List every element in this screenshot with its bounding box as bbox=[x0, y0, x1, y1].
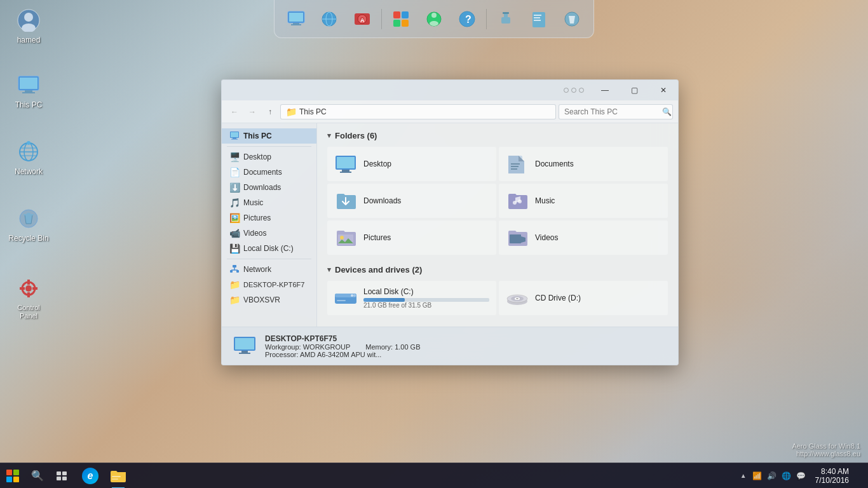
sidebar-item-documents[interactable]: 📄 Documents bbox=[222, 165, 316, 180]
ql-usb[interactable] bbox=[492, 5, 520, 33]
svg-rect-66 bbox=[511, 168, 517, 170]
sidebar-music-label: Music bbox=[243, 198, 263, 207]
documents-folder-icon bbox=[506, 152, 529, 175]
drive-item-c[interactable]: Local Disk (C:) 21.0 GB free of 31.5 GB bbox=[327, 281, 496, 315]
svg-rect-94 bbox=[112, 478, 118, 480]
network-label: Network bbox=[15, 167, 43, 176]
svg-rect-91 bbox=[62, 477, 67, 480]
ql-book[interactable] bbox=[525, 5, 553, 33]
sidebar-item-vboxsvr[interactable]: 📁 VBOXSVR bbox=[222, 292, 316, 308]
address-text: This PC bbox=[299, 107, 327, 116]
search-input[interactable] bbox=[564, 107, 660, 116]
address-box[interactable]: 📁 This PC bbox=[280, 104, 556, 119]
svg-text:A: A bbox=[360, 17, 365, 24]
win-logo-green bbox=[13, 470, 19, 475]
sidebar-item-local-disk[interactable]: 💾 Local Disk (C:) bbox=[222, 241, 316, 256]
sidebar-item-videos[interactable]: 📹 Videos bbox=[222, 226, 316, 241]
sidebar-item-music[interactable]: 🎵 Music bbox=[222, 195, 316, 210]
taskbar-edge[interactable]: e bbox=[76, 463, 104, 489]
edge-icon: e bbox=[82, 468, 98, 484]
tray-network-icon[interactable]: 📶 bbox=[750, 471, 764, 480]
sidebar-item-downloads[interactable]: ⬇️ Downloads bbox=[222, 180, 316, 195]
network-icon bbox=[16, 139, 41, 165]
sidebar-desktop-label: Desktop bbox=[243, 152, 271, 161]
ql-globe2[interactable] bbox=[420, 5, 448, 33]
ql-color[interactable] bbox=[387, 5, 415, 33]
desktop-icon-network[interactable]: Network bbox=[3, 137, 54, 179]
close-button[interactable]: ✕ bbox=[649, 80, 678, 100]
drive-c-free: 21.0 GB free of 31.5 GB bbox=[363, 302, 489, 309]
desktop-icon-control-panel[interactable]: ControlPanel bbox=[3, 273, 54, 323]
folder-item-music[interactable]: Music bbox=[499, 184, 668, 218]
svg-rect-18 bbox=[27, 280, 30, 285]
taskbar-time: 8:40 AM bbox=[821, 467, 849, 476]
tray-input-icon[interactable]: 🌐 bbox=[780, 471, 793, 480]
taskbar: 🔍 e ▲ 📶 🔊 � bbox=[0, 463, 868, 488]
svg-rect-25 bbox=[291, 24, 301, 25]
task-view-button[interactable] bbox=[50, 463, 74, 489]
minimize-button[interactable]: — bbox=[590, 80, 620, 100]
folder-item-documents[interactable]: Documents bbox=[499, 147, 668, 181]
up-button[interactable]: ↑ bbox=[262, 104, 278, 119]
folder-item-videos[interactable]: Videos bbox=[499, 220, 668, 255]
maximize-button[interactable]: ▢ bbox=[620, 80, 649, 100]
ql-globe[interactable] bbox=[315, 5, 343, 33]
taskbar-clock[interactable]: 8:40 AM 7/10/2016 bbox=[810, 467, 854, 485]
svg-rect-78 bbox=[337, 300, 346, 301]
svg-point-17 bbox=[25, 285, 32, 292]
taskbar-file-explorer[interactable] bbox=[104, 463, 132, 489]
folder-item-downloads[interactable]: Downloads bbox=[327, 184, 496, 218]
desktop-icon-this-pc[interactable]: This PC bbox=[3, 70, 54, 112]
status-info: DESKTOP-KPT6F75 Workgroup: WORKGROUP Mem… bbox=[265, 334, 420, 358]
folder-item-desktop[interactable]: Desktop bbox=[327, 147, 496, 181]
taskbar-search-icon: 🔍 bbox=[31, 470, 44, 482]
sidebar-item-desktop[interactable]: 🖥️ Desktop bbox=[222, 149, 316, 165]
ql-sep1 bbox=[381, 9, 382, 29]
sidebar-item-network[interactable]: Network bbox=[222, 262, 316, 277]
this-pc-sidebar-icon bbox=[229, 131, 240, 141]
devices-header-text: Devices and drives (2) bbox=[335, 265, 422, 274]
taskbar-search-button[interactable]: 🔍 bbox=[25, 463, 50, 489]
task-view-icon bbox=[56, 471, 67, 481]
documents-folder-label: Documents bbox=[535, 159, 574, 168]
svg-rect-15 bbox=[27, 213, 31, 214]
drive-item-d[interactable]: CD Drive (D:) bbox=[499, 281, 668, 315]
titlebar: — ▢ ✕ bbox=[222, 80, 678, 100]
this-pc-label: This PC bbox=[15, 100, 43, 109]
win-logo-blue bbox=[6, 477, 12, 482]
search-icon: 🔍 bbox=[662, 107, 672, 116]
drive-c-name: Local Disk (C:) bbox=[363, 287, 489, 296]
sidebar-network-label: Network bbox=[243, 265, 271, 274]
ql-recycle[interactable] bbox=[558, 5, 586, 33]
svg-rect-23 bbox=[289, 13, 303, 22]
ql-monitor[interactable] bbox=[282, 5, 310, 33]
content-area: Folders (6) Desktop bbox=[317, 123, 678, 327]
status-detail: Workgroup: WORKGROUP Memory: 1.00 GB bbox=[265, 343, 420, 351]
search-box[interactable]: 🔍 bbox=[559, 104, 673, 119]
sidebar-item-desktop-kpt[interactable]: 📁 DESKTOP-KPT6F7 bbox=[222, 277, 316, 292]
ql-media[interactable]: A bbox=[348, 5, 376, 33]
svg-rect-86 bbox=[241, 351, 248, 353]
tray-action-center-icon[interactable]: 💬 bbox=[794, 471, 808, 480]
desktop-icon-recycle-bin[interactable]: Recycle Bin bbox=[3, 203, 54, 245]
svg-rect-47 bbox=[534, 17, 540, 18]
forward-button[interactable]: → bbox=[245, 104, 260, 119]
start-button[interactable] bbox=[0, 463, 25, 489]
sidebar-item-pictures[interactable]: 🖼️ Pictures bbox=[222, 210, 316, 226]
tray-chevron[interactable]: ▲ bbox=[739, 472, 748, 479]
folder-item-pictures[interactable]: Pictures bbox=[327, 220, 496, 255]
dot2 bbox=[571, 88, 576, 93]
svg-rect-90 bbox=[57, 477, 61, 480]
svg-rect-33 bbox=[393, 11, 400, 18]
recycle-bin-label: Recycle Bin bbox=[8, 234, 48, 243]
sidebar-item-this-pc[interactable]: This PC bbox=[222, 128, 316, 144]
back-button[interactable]: ← bbox=[227, 104, 242, 119]
sidebar-this-pc-label: This PC bbox=[243, 132, 272, 140]
svg-rect-92 bbox=[111, 473, 126, 482]
dot3 bbox=[579, 88, 584, 93]
ql-help[interactable]: ? bbox=[453, 5, 481, 33]
tray-volume-icon[interactable]: 🔊 bbox=[765, 471, 778, 480]
devices-section-header: Devices and drives (2) bbox=[327, 265, 668, 274]
network-sidebar-icon bbox=[229, 264, 240, 274]
desktop-icon-hamed[interactable]: hamed bbox=[3, 5, 54, 47]
